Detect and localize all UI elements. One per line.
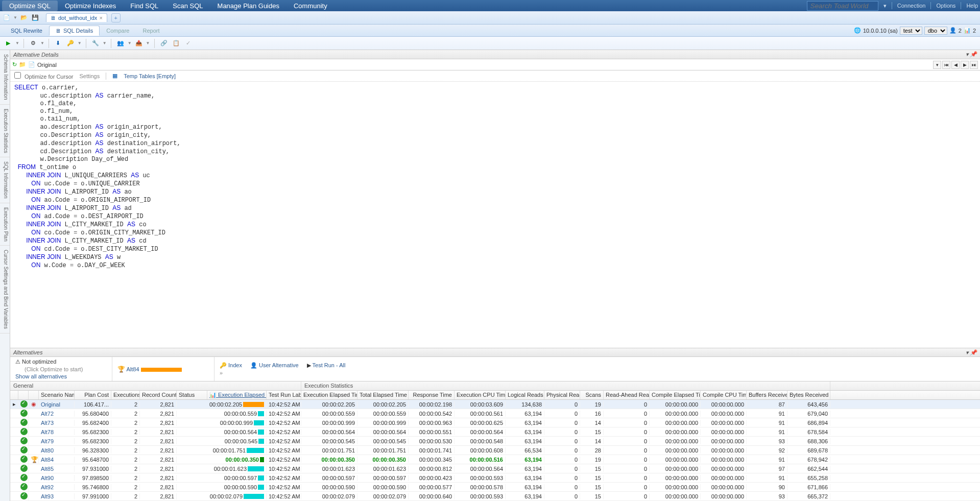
col-header[interactable] [29, 391, 39, 399]
menu-find-sql[interactable]: Find SQL [123, 1, 165, 11]
settings-link[interactable]: Settings [79, 73, 100, 79]
scenario-link[interactable]: Alt85 [41, 466, 54, 472]
search-input[interactable] [807, 1, 878, 11]
scenario-link[interactable]: Original [41, 401, 60, 408]
help-link[interactable]: Help [966, 3, 978, 9]
col-header[interactable]: Logical Reads [506, 391, 544, 399]
scenario-link[interactable]: Alt90 [41, 475, 54, 481]
database-select[interactable]: test [900, 27, 922, 35]
menu-scan-sql[interactable]: Scan SQL [165, 1, 210, 11]
col-header[interactable]: Buffers Received [747, 391, 787, 399]
table-row[interactable]: Alt7995.68230022,82100:00:00.54510:42:52… [10, 437, 980, 446]
connection-link[interactable]: Connection [897, 3, 926, 9]
vtab-execution-plan[interactable]: Execution Plan [0, 203, 10, 246]
scenario-link[interactable]: Alt79 [41, 438, 54, 444]
col-header[interactable]: Total Elapsed Time [357, 391, 409, 399]
subtab-report[interactable]: Report [136, 26, 166, 36]
pin-icon[interactable]: 📌 [970, 349, 977, 356]
key-icon[interactable]: 🔑 [65, 38, 76, 49]
check-icon[interactable]: ✓ [183, 38, 194, 49]
nav-dropdown[interactable]: ▾ [933, 61, 941, 69]
menu-community[interactable]: Community [286, 1, 334, 11]
testrun-link[interactable]: Test Run - All [313, 362, 346, 368]
options-link[interactable]: Options [936, 3, 955, 9]
refresh-icon[interactable]: ↻ [12, 61, 17, 68]
col-header[interactable] [18, 391, 29, 399]
scenario-link[interactable]: Alt72 [41, 411, 54, 417]
menu-optimize-sql[interactable]: Optimize SQL [2, 1, 58, 11]
col-header[interactable]: Compile Elapsed Time [650, 391, 701, 399]
nav-first[interactable]: ⏮ [942, 61, 950, 69]
sql-editor[interactable]: SELECT o.carrier, uc.description AS carr… [10, 82, 980, 348]
schema-select[interactable]: dbo [924, 27, 947, 35]
scenario-link[interactable]: Alt78 [41, 429, 54, 435]
col-header[interactable]: Plan Cost [75, 391, 111, 399]
col-header[interactable]: Read-Ahead Reads [604, 391, 650, 399]
col-header[interactable]: Executions [111, 391, 140, 399]
table-row[interactable]: Alt9295.74680022,82100:00:00.59010:42:52… [10, 483, 980, 492]
best-alt-link[interactable]: Alt84 [126, 366, 139, 372]
col-header[interactable]: Test Run Label [267, 391, 301, 399]
col-header[interactable]: Record Count [140, 391, 177, 399]
subtab-sql-rewrite[interactable]: SQL Rewrite [4, 26, 49, 36]
index-link[interactable]: Index [228, 362, 242, 368]
col-header[interactable]: Response Time [409, 391, 455, 399]
menu-manage-plan-guides[interactable]: Manage Plan Guides [210, 1, 286, 11]
table-row[interactable]: Alt8597.93100022,82100:00:01.62310:42:52… [10, 464, 980, 473]
scenario-link[interactable]: Alt80 [41, 447, 54, 454]
document-tab[interactable]: 🗎 dot_without_idx × [46, 13, 107, 22]
col-header[interactable]: Scenario Name [39, 391, 75, 399]
table-row[interactable]: ▸◉Original106.417...22,82100:00:02.20510… [10, 400, 980, 409]
table-row[interactable]: Alt7395.68240022,82100:00:00.99910:42:52… [10, 418, 980, 427]
export-icon[interactable]: 📤 [134, 38, 144, 49]
save-button[interactable]: 💾 [31, 13, 40, 22]
col-header[interactable]: Execution Elapsed Time [301, 391, 357, 399]
people-icon[interactable]: 👥 [115, 38, 126, 49]
optimize-cursor-checkbox[interactable]: Optimize for Cursor [14, 72, 73, 80]
col-header[interactable]: Execution CPU Time [455, 391, 506, 399]
table-row[interactable]: Alt9097.89850022,82100:00:00.59710:42:52… [10, 473, 980, 483]
table-row[interactable]: Alt7895.68230022,82100:00:00.56410:42:52… [10, 427, 980, 437]
tune-icon[interactable]: 🔧 [90, 38, 101, 49]
vtab-schema-information[interactable]: Schema Information [0, 50, 10, 105]
user-alt-link[interactable]: User Alternative [259, 362, 299, 368]
new-button[interactable]: 📄 [2, 13, 11, 22]
scenario-link[interactable]: Alt92 [41, 484, 54, 490]
nav-next[interactable]: ▶ [961, 61, 969, 69]
execute-button[interactable]: ▶ [3, 38, 13, 49]
col-header[interactable]: Scans [580, 391, 604, 399]
table-row[interactable]: Alt9397.99100022,82100:00:02.07910:42:52… [10, 492, 980, 501]
scenario-link[interactable]: Alt84 [41, 457, 54, 463]
col-header[interactable]: Bytes Received [787, 391, 830, 399]
vtab-execution-statistics[interactable]: Execution Statistics [0, 105, 10, 158]
table-row[interactable]: Alt8096.32830022,82100:00:01.75110:42:52… [10, 446, 980, 455]
vtab-sql-information[interactable]: SQL Information [0, 157, 10, 203]
subtab-compare[interactable]: Compare [100, 26, 136, 36]
nav-prev[interactable]: ◀ [951, 61, 960, 69]
subtab-sql-details[interactable]: 🗎 SQL Details [49, 26, 100, 36]
vtab-cursor-settings-and-bind-variables[interactable]: Cursor Settings and Bind Variables [0, 246, 10, 333]
scenario-link[interactable]: Alt93 [41, 493, 54, 499]
options-icon[interactable]: ⚙ [28, 38, 38, 49]
temp-tables-link[interactable]: Temp Tables [Empty] [124, 73, 176, 79]
dropdown-icon[interactable]: ▾ [966, 51, 969, 58]
close-tab-button[interactable]: × [99, 15, 102, 21]
table-row[interactable]: Alt7295.68040022,82100:00:00.55910:42:52… [10, 409, 980, 418]
nav-last[interactable]: ⏭ [970, 61, 978, 69]
menu-optimize-indexes[interactable]: Optimize Indexes [58, 1, 123, 11]
open-button[interactable]: 📂 [19, 13, 29, 22]
col-header[interactable]: Physical Reads [544, 391, 580, 399]
scenario-link[interactable]: Alt73 [41, 420, 54, 426]
show-all-link[interactable]: Show all alternatives [15, 373, 107, 379]
pin-icon[interactable]: 📌 [970, 51, 977, 58]
add-tab-button[interactable]: + [111, 13, 121, 22]
dropdown-icon[interactable]: ▾ [966, 349, 969, 356]
table-row[interactable]: 🏆Alt8495.64870022,82100:00:00.35010:42:5… [10, 455, 980, 464]
col-header[interactable]: Compile CPU Time [701, 391, 747, 399]
col-header[interactable]: Status [177, 391, 207, 399]
clip-icon[interactable]: 📋 [171, 38, 181, 49]
col-header[interactable]: 📊 Execution Elapsed Time [207, 391, 267, 399]
idx-icon[interactable]: ⬇ [53, 38, 63, 49]
link-icon[interactable]: 🔗 [159, 38, 169, 49]
col-header[interactable] [10, 391, 18, 399]
